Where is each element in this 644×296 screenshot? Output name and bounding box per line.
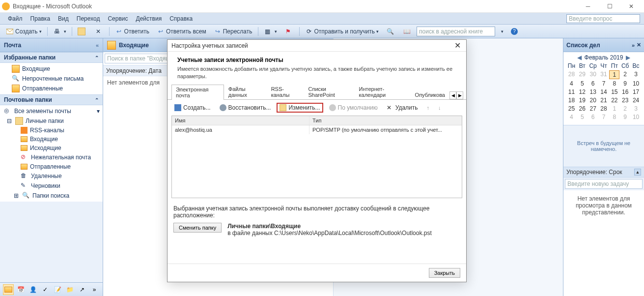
find-contact-button[interactable]: 🔍 [383,26,398,37]
maximize-button[interactable]: ☐ [599,0,620,13]
account-new-button[interactable]: Создать... [171,103,214,113]
col-type-header[interactable]: Тип [309,116,462,125]
cal-day[interactable]: 6 [588,80,598,88]
cal-day[interactable]: 26 [577,105,588,113]
menu-actions[interactable]: Действия [132,14,166,23]
switch-shortcuts-icon[interactable]: ↗ [77,284,87,295]
cal-day[interactable]: 5 [577,113,588,121]
account-delete-button[interactable]: ✕Удалить [384,103,421,113]
cal-day[interactable]: 3 [631,105,641,113]
help-icon[interactable]: ? [508,26,522,37]
cal-day[interactable]: 19 [577,96,588,104]
switch-calendar-icon[interactable]: 📅 [15,284,26,295]
tab-scroll-left-icon[interactable]: ◀ [449,91,456,99]
cal-day[interactable]: 27 [588,105,598,113]
cal-day[interactable]: 25 [566,105,577,113]
cal-day[interactable]: 23 [620,96,630,104]
tab-internet-cal[interactable]: Интернет-календари [355,84,411,99]
cal-day[interactable]: 28 [566,70,577,79]
switch-mail-icon[interactable] [3,284,14,295]
cal-day[interactable]: 2 [620,70,630,79]
cal-day[interactable]: 10 [631,80,641,88]
cal-day[interactable]: 21 [599,96,609,104]
tab-data-files[interactable]: Файлы данных [224,84,267,99]
switch-notes-icon[interactable]: 📝 [52,284,63,295]
address-book-button[interactable]: 📖 [400,26,415,37]
account-default-button[interactable]: По умолчанию [326,103,381,113]
favorites-header[interactable]: Избранные папки⌃ [0,52,103,63]
reply-button[interactable]: ↩Ответить [112,26,152,37]
account-edit-button[interactable]: Изменить... [277,103,323,113]
mail-folders-header[interactable]: Почтовые папки⌃ [0,94,103,105]
cal-day[interactable]: 2 [620,105,630,113]
account-repair-button[interactable]: Восстановить... [217,103,274,113]
move-button[interactable] [75,26,90,37]
tab-email[interactable]: Электронная почта [171,85,224,100]
cal-day[interactable]: 30 [588,70,598,79]
cal-day[interactable]: 28 [599,105,609,113]
cal-day[interactable]: 29 [577,70,588,79]
sort-arrow-icon[interactable]: ▲ [634,169,641,176]
prev-month-icon[interactable]: ◀ [577,54,582,61]
fav-unread[interactable]: 🔍Непрочтенные письма [0,74,103,84]
cal-day[interactable]: 12 [577,88,588,96]
cal-day[interactable]: 22 [609,96,619,104]
reply-all-button[interactable]: ↩Ответить всем [154,26,209,37]
tree-deleted[interactable]: 🗑Удаленные [0,171,103,181]
cal-day[interactable]: 5 [577,80,588,88]
new-task-input[interactable]: Введите новую задачу [565,179,643,189]
menu-edit[interactable]: Правка [27,14,55,23]
account-move-up-icon[interactable]: ↑ [424,103,433,112]
tab-scroll-right-icon[interactable]: ▶ [456,91,463,99]
tab-sharepoint[interactable]: Списки SharePoint [304,84,355,99]
close-todo-icon[interactable]: ✕ [637,42,641,48]
dialog-close-button[interactable]: Закрыть [429,268,460,278]
table-row[interactable]: alex@hostiq.ua POP/SMTP (по умолчанию от… [172,125,462,134]
cal-day[interactable]: 8 [609,113,619,121]
cal-day[interactable]: 3 [631,70,641,79]
menu-view[interactable]: Вид [54,14,73,23]
menu-help[interactable]: Справка [166,14,196,23]
cal-day[interactable]: 15 [609,88,619,96]
menu-tools[interactable]: Сервис [104,14,132,23]
cal-day[interactable]: 4 [566,113,577,121]
cal-day[interactable]: 14 [599,88,609,96]
tree-sent[interactable]: Отправленные [0,162,103,171]
tree-outbox[interactable]: Исходящие [0,144,103,152]
cal-day[interactable]: 31 [599,70,609,79]
print-button[interactable]: 🖶▾ [50,26,69,37]
categorize-button[interactable]: ▦▾ [261,26,280,37]
fav-sent[interactable]: Отправленные [0,84,103,93]
personal-folders-root[interactable]: ⊟Личные папки [0,116,103,126]
menu-file[interactable]: Файл [4,14,27,23]
cal-day[interactable]: 7 [599,80,609,88]
task-sort-header[interactable]: Упорядочение: Срок▲ [563,167,644,178]
cal-day[interactable]: 18 [566,96,577,104]
switch-config-icon[interactable]: » [89,284,100,295]
tree-junk[interactable]: ⊘Нежелательная почта [0,152,103,162]
cal-day[interactable]: 11 [566,88,577,96]
tab-published[interactable]: Опубликова [411,90,449,99]
switch-folders-icon[interactable]: 📁 [64,284,75,295]
cal-day[interactable]: 13 [588,88,598,96]
col-name-header[interactable]: Имя [172,116,309,125]
tab-rss[interactable]: RSS-каналы [267,84,304,99]
cal-day[interactable]: 9 [620,80,630,88]
account-move-down-icon[interactable]: ↓ [435,103,444,112]
switch-tasks-icon[interactable]: ✓ [40,284,51,295]
close-button[interactable]: ✕ [620,0,642,13]
minimize-button[interactable]: ─ [577,0,599,13]
all-mail-items[interactable]: ◎Все элементы почты▾ [0,106,103,116]
cal-day[interactable]: 7 [599,113,609,121]
fav-inbox[interactable]: Входящие [0,64,103,74]
cal-day[interactable]: 4 [566,80,577,88]
delete-button[interactable]: ✕ [91,26,107,37]
cal-day[interactable]: 17 [631,88,641,96]
cal-day[interactable]: 20 [588,96,598,104]
cal-day[interactable]: 6 [588,113,598,121]
change-folder-button[interactable]: Сменить папку [173,223,222,233]
collapse-todo-icon[interactable]: » [632,42,635,48]
cal-day[interactable]: 9 [620,113,630,121]
flag-button[interactable]: ⚑ [281,26,297,37]
cal-day[interactable]: 8 [609,80,619,88]
